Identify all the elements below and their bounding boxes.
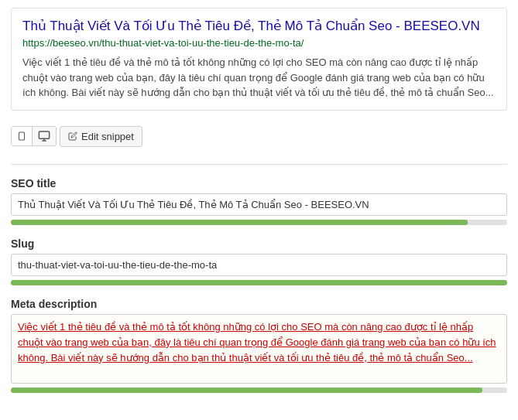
meta-description-progress-fill [11, 388, 482, 393]
seo-title-label: SEO title [11, 177, 507, 190]
mobile-icon [17, 131, 26, 141]
seo-title-progress-fill [11, 220, 468, 225]
meta-description-label: Meta description [11, 298, 507, 310]
edit-snippet-button[interactable]: Edit snippet [60, 126, 142, 147]
preview-title[interactable]: Thủ Thuật Viết Và Tối Ưu Thẻ Tiêu Đề, Th… [22, 18, 496, 35]
svg-rect-0 [19, 132, 25, 140]
seo-title-group: SEO title [11, 177, 507, 225]
mobile-view-button[interactable] [12, 127, 33, 145]
edit-snippet-label: Edit snippet [81, 131, 134, 142]
pencil-icon [68, 131, 77, 141]
preview-card: Thủ Thuật Viết Và Tối Ưu Thẻ Tiêu Đề, Th… [11, 8, 507, 111]
slug-input[interactable] [11, 254, 507, 276]
meta-description-progress [11, 388, 507, 393]
meta-description-textarea-container[interactable]: Việc viết 1 thẻ tiêu đề và thẻ mô tả tốt… [11, 314, 507, 384]
toolbar: Edit snippet [11, 121, 507, 152]
meta-description-text: Việc viết 1 thẻ tiêu đề và thẻ mô tả tốt… [18, 321, 496, 364]
desktop-view-button[interactable] [33, 127, 56, 145]
slug-progress [11, 280, 507, 285]
device-toggle-group [11, 126, 57, 146]
meta-description-group: Meta description Việc viết 1 thẻ tiêu đề… [11, 298, 507, 393]
slug-group: Slug [11, 237, 507, 285]
preview-url: https://beeseo.vn/thu-thuat-viet-va-toi-… [22, 37, 496, 49]
slug-label: Slug [11, 237, 507, 250]
section-divider [11, 164, 507, 165]
svg-rect-2 [39, 131, 49, 138]
seo-title-input[interactable] [11, 193, 507, 216]
desktop-icon [38, 130, 50, 142]
seo-title-progress [11, 220, 507, 225]
preview-description: Việc viết 1 thẻ tiêu đề và thẻ mô tả tốt… [22, 56, 494, 98]
slug-progress-fill [11, 280, 507, 285]
